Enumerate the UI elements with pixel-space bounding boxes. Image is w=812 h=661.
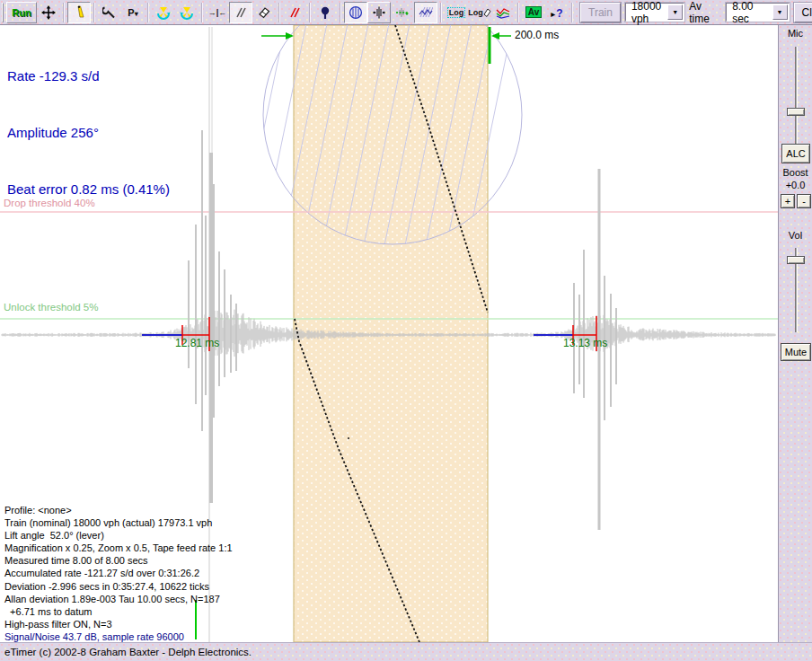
erase-button[interactable] [252,2,276,23]
window-width-label: 200.0 ms [515,29,559,41]
center-beats-button[interactable]: →|← [206,2,229,23]
info-line: Signal/Noise 43.7 dB, sample rate 96000 [4,630,233,642]
run-button[interactable]: Run [6,2,37,23]
toolbar-grip[interactable] [2,3,4,22]
train-rate-combo[interactable]: 18000 vph ▼ [625,3,684,22]
pan-button[interactable] [37,2,60,23]
vol-label: Vol [779,230,812,241]
avtime-combo[interactable]: 8.00 sec ▼ [726,3,789,22]
rotate-cw-button[interactable] [152,2,175,23]
log-button[interactable]: Log [445,2,468,23]
toolbar-separator [147,3,149,22]
chevron-down-icon[interactable]: ▼ [772,4,788,20]
balance-wheel-display-button[interactable] [344,2,367,23]
paste-rate-icon: P▾ [128,7,137,18]
clear-button[interactable]: Clear [794,3,812,22]
toolbar-separator [309,3,311,22]
run-icon: Run [12,7,31,18]
gain-minus-button[interactable]: - [797,194,811,208]
beat-display-icon [372,5,386,20]
info-line: Allan deviation 1.89e-003 Tau 10.00 secs… [4,593,233,605]
toolbar-separator [571,3,573,22]
pendulum-display-button[interactable] [67,2,91,23]
info-line: Magnification x 0.25, Zoom x 0.5, Tape f… [4,542,233,554]
parallel-lines-button[interactable] [229,2,252,23]
toolbar-right-group: Train 18000 vph ▼ Av time 8.00 sec ▼ Cle… [569,0,812,25]
eraser-icon [257,5,271,20]
rotate-ccw-button[interactable] [175,2,199,23]
parallel-lines-icon [234,5,248,20]
toolbar-separator [440,3,442,22]
wrench-icon [102,5,117,20]
trace-dot [348,437,349,439]
tick-arrival-button[interactable] [391,2,414,23]
chart-icon [496,5,510,20]
context-help-icon: ▸? [551,4,562,21]
measurement-info: Profile: <none>Train (nominal) 18000 vph… [4,504,233,642]
rotate-cw-icon [156,5,171,20]
toolbar-separator [278,3,280,22]
toolbar: Run P▾ [0,0,812,25]
beat-error-readout: Beat error 0.82 ms (0.41%) [7,180,170,198]
train-button[interactable]: Train [580,3,621,22]
pendulum-icon [72,5,86,20]
toolbar-separator [93,3,95,22]
balance-wheel-icon [349,5,363,20]
mic-slider-track[interactable] [795,47,798,154]
microphone-icon [318,5,332,20]
log-icon: Log [447,7,466,18]
avtime-value: 8.00 sec [727,0,771,25]
info-line: Train (nominal) 18000 vph (actual) 17973… [4,516,233,529]
alc-button[interactable]: ALC [781,144,810,163]
vibrograph-display-button[interactable] [414,2,437,23]
red-parallel-lines-button[interactable] [283,2,306,23]
clear-log-button[interactable]: Log [468,2,491,23]
vibrograph-icon [419,5,433,20]
beat-interval-label-left: 12.81 ms [175,337,219,349]
center-beats-icon: →|← [208,8,227,17]
average-icon: Av [525,6,542,18]
beat-display-button[interactable] [367,2,391,23]
toolbar-separator [517,3,519,22]
rotate-ccw-icon [180,5,194,20]
chart-button[interactable] [491,2,515,23]
boost-label: Boost [779,167,812,178]
info-line: High-pass filter ON, N=3 [4,618,233,630]
mute-button[interactable]: Mute [781,343,811,361]
boost-value: +0.0 [779,180,812,190]
context-help-button[interactable]: ▸? [545,2,569,23]
amplitude-readout: Amplitude 256° [7,123,170,142]
etimer-window: Run P▾ [0,0,812,661]
clear-log-icon: Log [468,7,491,18]
pan-icon [41,5,56,20]
mic-label: Mic [779,28,812,39]
info-line: Lift angle 52.0° (lever) [4,529,233,542]
rate-readout: Rate -129.3 s/d [7,66,170,85]
unlock-threshold-label: Unlock threshold 5% [4,302,98,313]
vol-slider-thumb[interactable] [787,256,805,264]
red-parallel-lines-icon [287,5,302,20]
info-line: Accumulated rate -121.27 s/d over 0:31:2… [4,567,233,579]
drop-threshold-label: Drop threshold 40% [4,198,95,208]
train-rate-value: 18000 vph [626,0,666,25]
waveform-plot[interactable]: Rate -129.3 s/d Amplitude 256° Beat erro… [0,25,778,642]
info-line: Measured time 8.00 of 8.00 secs [4,554,233,567]
mic-slider-thumb[interactable] [787,108,805,116]
beat-interval-label-right: 13.13 ms [563,337,607,349]
chevron-down-icon[interactable]: ▼ [667,4,683,20]
toolbar-separator [340,3,341,22]
status-bar: eTimer (c) 2002-8 Graham Baxter - Delph … [0,642,812,661]
info-line: Profile: <none> [4,504,233,516]
info-line: +6.71 ms to datum [4,605,233,618]
average-button[interactable]: Av [522,2,545,23]
gain-plus-button[interactable]: + [781,194,795,208]
toolbar-separator [201,3,203,22]
mixer-panel: Mic ALC Boost +0.0 + - Vol Mute [778,25,812,642]
microphone-button[interactable] [313,2,337,23]
paste-rate-button[interactable]: P▾ [121,2,145,23]
status-text: eTimer (c) 2002-8 Graham Baxter - Delph … [4,647,252,657]
setup-button[interactable] [98,2,121,23]
avtime-label: Av time [689,0,721,25]
toolbar-separator [63,3,65,22]
tick-arrival-icon [395,5,410,20]
